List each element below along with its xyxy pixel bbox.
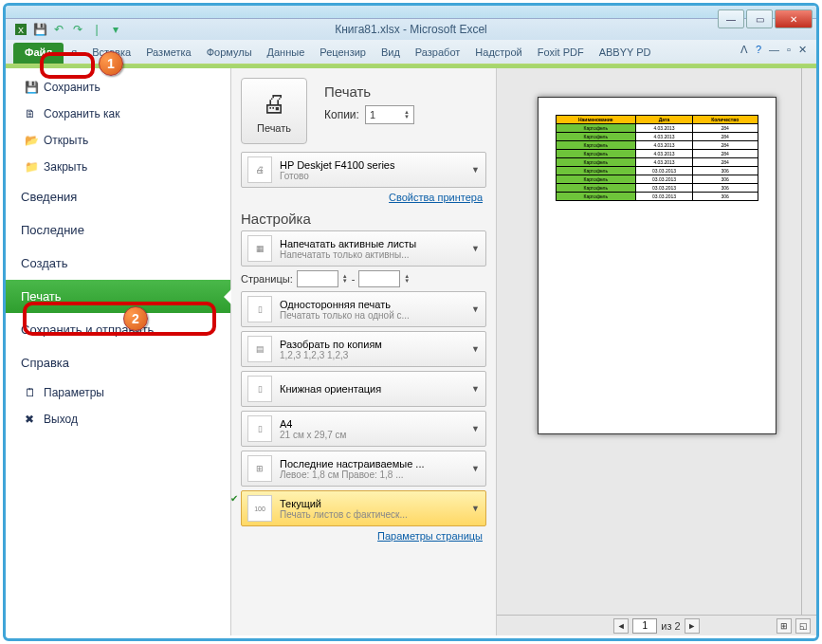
chevron-down-icon: ▼ bbox=[471, 304, 480, 314]
close-button[interactable]: ✕ bbox=[775, 9, 813, 28]
sides-title: Односторонняя печать bbox=[280, 299, 464, 310]
collate-selector[interactable]: ▤ Разобрать по копиям 1,2,3 1,2,3 1,2,3 … bbox=[241, 331, 486, 367]
nav-open[interactable]: 📂Открыть bbox=[6, 127, 230, 154]
titlebar: X 💾 ↶ ↷ | ▾ Книга81.xlsx - Microsoft Exc… bbox=[6, 19, 816, 40]
pages-sep: - bbox=[352, 273, 356, 285]
margins-sub: Левое: 1,8 см Правое: 1,8 ... bbox=[280, 469, 464, 480]
print-button[interactable]: 🖨 Печать bbox=[241, 78, 307, 144]
printer-status-icon: 🖨 bbox=[247, 156, 272, 183]
nav-save-label: Сохранить bbox=[63, 81, 100, 94]
nav-options-label: Параметры bbox=[63, 386, 104, 399]
redo-icon[interactable]: ↷ bbox=[70, 22, 85, 37]
paper-sub: 21 см x 29,7 см bbox=[280, 430, 464, 440]
nav-help[interactable]: Справка bbox=[6, 346, 230, 379]
doc-close-icon[interactable]: ✕ bbox=[798, 44, 807, 56]
doc-restore-icon[interactable]: ▫ bbox=[787, 44, 791, 56]
nav-options[interactable]: 🗒Параметры bbox=[6, 379, 230, 406]
margins-title: Последние настраиваемые ... bbox=[280, 458, 464, 469]
tab-review[interactable]: Рецензир bbox=[312, 43, 374, 64]
tab-foxit[interactable]: Foxit PDF bbox=[530, 43, 592, 64]
tab-data[interactable]: Данные bbox=[260, 43, 313, 64]
tab-home-partial[interactable]: я bbox=[64, 43, 84, 64]
spinner-arrows-icon[interactable]: ▲▼ bbox=[404, 274, 410, 284]
sides-selector[interactable]: ▯ Односторонняя печать Печатать только н… bbox=[241, 291, 486, 327]
nav-saveas[interactable]: 🗎Сохранить как bbox=[6, 101, 230, 127]
orientation-selector[interactable]: ▯ Книжная ориентация ▼ bbox=[241, 371, 486, 407]
spinner-arrows-icon[interactable]: ▲▼ bbox=[404, 110, 410, 120]
collate-sub: 1,2,3 1,2,3 1,2,3 bbox=[280, 350, 464, 360]
printer-status: Готово bbox=[280, 171, 464, 181]
nav-sendsave[interactable]: Сохранить и отправить bbox=[6, 313, 230, 346]
print-what-title: Напечатать активные листы bbox=[280, 238, 464, 249]
collate-icon: ▤ bbox=[247, 336, 272, 362]
portrait-icon: ▯ bbox=[247, 376, 272, 402]
copies-label: Копии: bbox=[324, 108, 359, 121]
show-margins-button[interactable]: ⊞ bbox=[776, 618, 792, 634]
print-what-selector[interactable]: ▦ Напечатать активные листы Напечатать т… bbox=[241, 230, 486, 267]
print-quick-icon[interactable]: ▾ bbox=[108, 22, 123, 37]
minimize-button[interactable]: — bbox=[718, 9, 744, 28]
margins-selector[interactable]: ⊞ Последние настраиваемые ... Левое: 1,8… bbox=[241, 451, 486, 487]
chevron-down-icon: ▼ bbox=[471, 344, 480, 354]
tab-formulas[interactable]: Формулы bbox=[199, 43, 260, 64]
paper-selector[interactable]: ▯ A4 21 см x 29,7 см ▼ bbox=[241, 411, 486, 447]
doc-min-icon[interactable]: — bbox=[769, 44, 779, 56]
nav-info[interactable]: Сведения bbox=[6, 180, 230, 213]
save-icon[interactable]: 💾 bbox=[32, 22, 47, 37]
zoom-page-button[interactable]: ◱ bbox=[795, 618, 811, 634]
nav-new[interactable]: Создать bbox=[6, 247, 230, 280]
qat-divider: | bbox=[89, 22, 104, 37]
pages-to-input[interactable] bbox=[358, 270, 400, 287]
one-side-icon: ▯ bbox=[247, 296, 272, 322]
excel-icon: X bbox=[13, 22, 28, 37]
chevron-down-icon: ▼ bbox=[471, 504, 480, 513]
tab-abbyy[interactable]: ABBYY PD bbox=[592, 43, 659, 64]
tab-developer[interactable]: Разработ bbox=[408, 43, 467, 64]
page-count-label: из 2 bbox=[661, 620, 680, 632]
tab-file[interactable]: Файл bbox=[13, 43, 64, 64]
nav-save[interactable]: 💾Сохранить bbox=[6, 74, 230, 101]
svg-text:X: X bbox=[18, 26, 24, 35]
undo-icon[interactable]: ↶ bbox=[51, 22, 66, 37]
pages-from-input[interactable] bbox=[297, 270, 338, 287]
nav-exit[interactable]: ✖Выход bbox=[6, 406, 230, 432]
spinner-arrows-icon[interactable]: ▲▼ bbox=[342, 274, 348, 284]
sheets-icon: ▦ bbox=[247, 235, 272, 262]
scaling-selector[interactable]: ✔ 100 Текущий Печать листов с фактическ.… bbox=[241, 490, 486, 526]
chevron-down-icon: ▼ bbox=[471, 384, 480, 394]
page-setup-link[interactable]: Параметры страницы bbox=[241, 530, 483, 542]
tab-view[interactable]: Вид bbox=[374, 43, 408, 64]
print-button-label: Печать bbox=[257, 122, 291, 134]
maximize-button[interactable]: ▭ bbox=[746, 9, 773, 28]
tab-layout[interactable]: Разметка bbox=[138, 43, 199, 64]
nav-print[interactable]: Печать bbox=[6, 280, 230, 313]
printer-properties-link[interactable]: Свойства принтера bbox=[241, 192, 483, 203]
help-icon[interactable]: ? bbox=[756, 44, 761, 56]
paper-icon: ▯ bbox=[247, 415, 272, 442]
preview-scrollbar[interactable] bbox=[801, 68, 816, 615]
print-panel: 🖨 Печать Печать Копии: 1 ▲▼ 🖨 bbox=[231, 68, 497, 635]
check-icon: ✔ bbox=[231, 493, 238, 504]
ribbon-min-icon[interactable]: ᐱ bbox=[740, 44, 748, 56]
current-page-input[interactable] bbox=[632, 618, 657, 634]
tab-addins[interactable]: Надстрой bbox=[467, 43, 529, 64]
backstage-nav: 💾Сохранить 🗎Сохранить как 📂Открыть 📁Закр… bbox=[6, 68, 231, 635]
next-page-button[interactable]: ► bbox=[685, 618, 700, 634]
scaling-sub: Печать листов с фактическ... bbox=[280, 509, 464, 520]
preview-page: НаименованиеДатаКоличествоКартофель4.03.… bbox=[538, 97, 776, 434]
preview-nav-bar: ◄ из 2 ► ⊞ ◱ bbox=[497, 615, 816, 635]
orientation-title: Книжная ориентация bbox=[280, 383, 464, 395]
printer-icon: 🖨 bbox=[262, 89, 286, 119]
prev-page-button[interactable]: ◄ bbox=[613, 618, 629, 634]
nav-close-label: Закрыть bbox=[63, 160, 87, 174]
chevron-down-icon: ▼ bbox=[471, 464, 480, 473]
chevron-down-icon: ▼ bbox=[471, 424, 480, 433]
scaling-title: Текущий bbox=[280, 498, 464, 509]
annotation-badge-1: 1 bbox=[99, 51, 123, 76]
nav-recent[interactable]: Последние bbox=[6, 213, 230, 247]
nav-close[interactable]: 📁Закрыть bbox=[6, 154, 230, 180]
collate-title: Разобрать по копиям bbox=[280, 339, 464, 350]
pages-label: Страницы: bbox=[241, 273, 293, 285]
printer-selector[interactable]: 🖨 HP Deskjet F4100 series Готово ▼ bbox=[241, 152, 486, 188]
copies-spinner[interactable]: 1 ▲▼ bbox=[365, 105, 414, 124]
